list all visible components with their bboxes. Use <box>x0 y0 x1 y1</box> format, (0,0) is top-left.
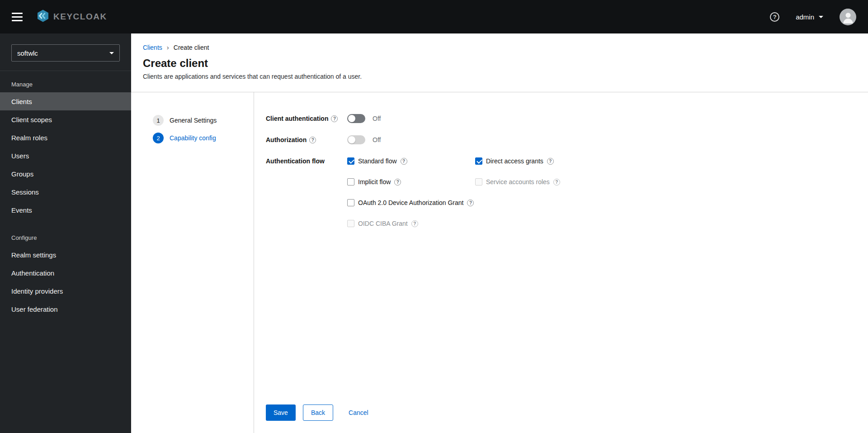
realm-selector-area: softwlc <box>0 33 131 71</box>
capability-config-form: Client authentication Off Authorization <box>254 92 868 433</box>
checkbox-label: Direct access grants <box>486 157 543 165</box>
nav-section-configure: Configure Realm settings Authentication … <box>0 232 131 318</box>
step-label: Capability config <box>170 134 216 142</box>
nav-section-title: Configure <box>0 232 131 246</box>
field-label-text: Client authentication <box>266 115 328 122</box>
sidebar-item-users[interactable]: Users <box>0 147 131 165</box>
step-number: 1 <box>153 115 164 126</box>
field-label-text: Authentication flow <box>266 157 325 165</box>
checkbox-implicit-flow[interactable]: Implicit flow <box>347 177 475 186</box>
brand-logo[interactable]: KEYCLOAK <box>36 9 107 24</box>
help-icon[interactable] <box>467 200 474 206</box>
sidebar-item-realm-settings[interactable]: Realm settings <box>0 246 131 264</box>
client-authentication-label: Client authentication <box>266 115 347 122</box>
checkbox-label: Implicit flow <box>358 178 391 186</box>
hamburger-bar <box>12 20 23 21</box>
sidebar-item-clients[interactable]: Clients <box>0 92 131 110</box>
checkbox-unchecked-icon[interactable] <box>347 178 354 186</box>
page-title: Create client <box>143 57 855 70</box>
sidebar-item-realm-roles[interactable]: Realm roles <box>0 128 131 147</box>
hamburger-bar <box>12 13 23 14</box>
form-actions: Save Back Cancel <box>266 404 850 421</box>
wizard-step-general-settings[interactable]: 1 General Settings <box>153 115 254 126</box>
breadcrumb-link-clients[interactable]: Clients <box>143 44 162 51</box>
chevron-down-icon <box>819 16 823 18</box>
authorization-state: Off <box>373 136 381 143</box>
hamburger-menu-icon[interactable] <box>12 11 23 23</box>
step-label: General Settings <box>170 117 217 124</box>
help-icon[interactable] <box>309 137 316 143</box>
realm-name: softwlc <box>17 49 38 57</box>
sidebar-item-groups[interactable]: Groups <box>0 165 131 183</box>
help-icon[interactable] <box>394 179 401 186</box>
save-button[interactable]: Save <box>266 404 296 421</box>
chevron-down-icon <box>109 52 114 54</box>
help-icon[interactable] <box>331 115 338 122</box>
masthead: KEYCLOAK admin <box>0 0 868 33</box>
authorization-label: Authorization <box>266 136 347 143</box>
switch-knob <box>348 136 355 143</box>
help-icon[interactable] <box>770 12 779 22</box>
user-menu[interactable]: admin <box>796 13 823 21</box>
app-root: KEYCLOAK admin softwlc <box>0 0 868 433</box>
checkbox-checked-icon[interactable] <box>347 157 354 165</box>
main-content: Clients Create client Create client Clie… <box>131 33 868 433</box>
sidebar: softwlc Manage Clients Client scopes Rea… <box>0 33 131 433</box>
brand-text: KEYCLOAK <box>53 12 107 22</box>
sidebar-nav: Manage Clients Client scopes Realm roles… <box>0 71 131 318</box>
page-subtitle: Clients are applications and services th… <box>143 73 855 80</box>
sidebar-item-client-scopes[interactable]: Client scopes <box>0 110 131 128</box>
field-label-text: Authorization <box>266 136 307 143</box>
username-label: admin <box>796 13 814 21</box>
breadcrumb-current: Create client <box>174 44 209 51</box>
breadcrumb-separator-icon <box>167 43 169 51</box>
checkbox-oauth-device-authorization-grant[interactable]: OAuth 2.0 Device Authorization Grant <box>347 198 475 207</box>
checkbox-standard-flow[interactable]: Standard flow <box>347 157 475 166</box>
client-authentication-row: Client authentication Off <box>266 114 850 123</box>
checkbox-checked-icon[interactable] <box>475 157 482 165</box>
help-icon[interactable] <box>553 179 560 186</box>
client-authentication-toggle[interactable] <box>347 114 365 123</box>
cancel-button[interactable]: Cancel <box>346 404 371 421</box>
sidebar-item-events[interactable]: Events <box>0 201 131 219</box>
checkbox-label: OAuth 2.0 Device Authorization Grant <box>358 199 463 206</box>
help-icon[interactable] <box>401 158 407 165</box>
authorization-toggle <box>347 135 365 144</box>
checkbox-label: Standard flow <box>358 157 397 165</box>
user-avatar-icon <box>841 11 855 25</box>
step-number: 2 <box>153 133 164 143</box>
checkbox-unchecked-icon[interactable] <box>347 199 354 206</box>
keycloak-logo-icon <box>36 9 50 24</box>
authentication-flow-options: Standard flow Direct access grants Imp <box>347 157 560 228</box>
nav-section-title: Manage <box>0 78 131 92</box>
header-right: admin <box>770 9 856 25</box>
avatar[interactable] <box>840 9 856 25</box>
authentication-flow-row: Authentication flow Standard flow Direct… <box>266 157 850 228</box>
checkbox-disabled-icon <box>475 178 482 186</box>
checkbox-oidc-ciba-grant: OIDC CIBA Grant <box>347 219 475 228</box>
checkbox-disabled-icon <box>347 220 354 227</box>
sidebar-item-authentication[interactable]: Authentication <box>0 264 131 282</box>
sidebar-item-identity-providers[interactable]: Identity providers <box>0 282 131 300</box>
switch-knob <box>348 115 355 122</box>
checkbox-label: OIDC CIBA Grant <box>358 220 408 227</box>
sidebar-item-sessions[interactable]: Sessions <box>0 183 131 201</box>
checkbox-label: Service accounts roles <box>486 178 550 186</box>
hamburger-bar <box>12 16 23 18</box>
help-icon[interactable] <box>547 158 554 165</box>
page-header: Clients Create client Create client Clie… <box>131 33 868 92</box>
client-authentication-state: Off <box>373 115 381 122</box>
wizard-step-capability-config[interactable]: 2 Capability config <box>153 133 254 143</box>
wizard-body: 1 General Settings 2 Capability config C… <box>131 92 868 433</box>
checkbox-direct-access-grants[interactable]: Direct access grants <box>475 157 560 166</box>
checkbox-service-accounts-roles: Service accounts roles <box>475 177 560 186</box>
authentication-flow-label: Authentication flow <box>266 157 347 165</box>
wizard-nav: 1 General Settings 2 Capability config <box>131 92 254 433</box>
nav-section-manage: Manage Clients Client scopes Realm roles… <box>0 78 131 219</box>
back-button[interactable]: Back <box>303 404 333 421</box>
help-icon[interactable] <box>411 220 418 227</box>
sidebar-item-user-federation[interactable]: User federation <box>0 300 131 318</box>
breadcrumb: Clients Create client <box>143 43 855 51</box>
authorization-row: Authorization Off <box>266 135 850 144</box>
realm-selector-dropdown[interactable]: softwlc <box>11 44 120 62</box>
